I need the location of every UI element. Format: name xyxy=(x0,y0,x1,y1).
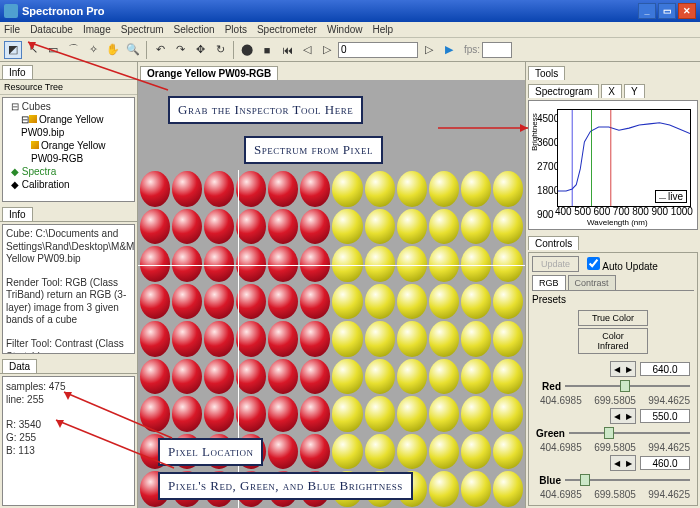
menu-help[interactable]: Help xyxy=(373,24,394,35)
zoom-tool-button[interactable]: 🔍 xyxy=(124,41,142,59)
image-panel: Orange Yellow PW09-RGB Grab the Inspecto… xyxy=(138,62,525,508)
lasso-tool-button[interactable]: ⌒ xyxy=(64,41,82,59)
marble xyxy=(300,171,330,207)
blue-spinner[interactable]: ◀▶ xyxy=(610,455,636,471)
marble xyxy=(493,284,523,320)
rect-select-button[interactable]: ▭ xyxy=(44,41,62,59)
marble xyxy=(236,246,266,282)
image-tab[interactable]: Orange Yellow PW09-RGB xyxy=(140,66,278,80)
wand-tool-button[interactable]: ✧ xyxy=(84,41,102,59)
redo-button[interactable]: ↷ xyxy=(171,41,189,59)
menu-selection[interactable]: Selection xyxy=(174,24,215,35)
tree-spectra[interactable]: ◆ Spectra xyxy=(11,165,132,178)
marble xyxy=(140,284,170,320)
green-spinner[interactable]: ◀▶ xyxy=(610,408,636,424)
contrast-subtab[interactable]: Contrast xyxy=(568,275,616,290)
pointer-tool-button[interactable]: ↖ xyxy=(24,41,42,59)
menu-image[interactable]: Image xyxy=(83,24,111,35)
menu-window[interactable]: Window xyxy=(327,24,363,35)
marble xyxy=(493,171,523,207)
marble xyxy=(332,284,362,320)
red-label: Red xyxy=(536,381,561,392)
marble xyxy=(140,171,170,207)
auto-update-checkbox[interactable]: Auto Update xyxy=(587,257,658,272)
undo-button[interactable]: ↶ xyxy=(151,41,169,59)
marble xyxy=(140,321,170,357)
next-frame-button[interactable]: ▷ xyxy=(318,41,336,59)
y-tab[interactable]: Y xyxy=(624,84,645,98)
red-value[interactable]: 640.0 xyxy=(640,362,690,376)
marble xyxy=(172,396,202,432)
marble xyxy=(204,171,234,207)
inspector-tool-button[interactable]: ◩ xyxy=(4,41,22,59)
marble xyxy=(397,434,427,470)
marble xyxy=(268,209,298,245)
blue-slider[interactable] xyxy=(565,473,690,487)
blue-value[interactable]: 460.0 xyxy=(640,456,690,470)
marble xyxy=(397,284,427,320)
marble xyxy=(236,359,266,395)
data-r: R: 3540 xyxy=(6,418,131,431)
rotate-button[interactable]: ↻ xyxy=(211,41,229,59)
menu-file[interactable]: File xyxy=(4,24,20,35)
info-tab[interactable]: Info xyxy=(2,65,33,79)
red-slider[interactable] xyxy=(565,379,690,393)
resource-tree[interactable]: ⊟ Cubes ⊟Orange Yellow PW09.bip Orange Y… xyxy=(2,97,135,202)
true-color-button[interactable]: True Color xyxy=(578,310,648,326)
toolbar: ◩ ↖ ▭ ⌒ ✧ ✋ 🔍 ↶ ↷ ✥ ↻ ⬤ ■ ⏮ ◁ ▷ ▷ ▶ fps: xyxy=(0,38,700,62)
marble xyxy=(268,359,298,395)
tree-calibration[interactable]: ◆ Calibration xyxy=(11,178,132,191)
data-tab[interactable]: Data xyxy=(2,359,37,373)
green-value[interactable]: 550.0 xyxy=(640,409,690,423)
tools-tab[interactable]: Tools xyxy=(528,66,565,80)
info-tab-2[interactable]: Info xyxy=(2,207,33,221)
rgb-subtab[interactable]: RGB xyxy=(532,275,566,290)
marble xyxy=(268,321,298,357)
presets-label: Presets xyxy=(532,294,694,305)
next-button[interactable]: ▷ xyxy=(420,41,438,59)
menu-spectrum[interactable]: Spectrum xyxy=(121,24,164,35)
menu-plots[interactable]: Plots xyxy=(225,24,247,35)
color-infrared-button[interactable]: Color Infrared xyxy=(578,328,648,354)
spectrogram-plot[interactable]: Brightness 4500360027001800900 — live 40… xyxy=(528,100,698,230)
marble xyxy=(332,246,362,282)
menu-datacube[interactable]: Datacube xyxy=(30,24,73,35)
marble xyxy=(397,396,427,432)
app-title: Spectronon Pro xyxy=(22,5,636,17)
data-panel: samples: 475 line: 255 R: 3540 G: 255 B:… xyxy=(2,376,135,506)
frame-input[interactable] xyxy=(338,42,418,58)
tree-item[interactable]: ⊟Orange Yellow PW09.bip xyxy=(21,113,132,139)
x-tab[interactable]: X xyxy=(601,84,622,98)
stop-button[interactable]: ■ xyxy=(258,41,276,59)
app-icon xyxy=(4,4,18,18)
minimize-button[interactable]: _ xyxy=(638,3,656,19)
marble xyxy=(429,284,459,320)
close-button[interactable]: ✕ xyxy=(678,3,696,19)
controls-tab[interactable]: Controls xyxy=(528,236,579,250)
move-tool-button[interactable]: ✥ xyxy=(191,41,209,59)
marble xyxy=(268,434,298,470)
spectrogram-tab[interactable]: Spectrogram xyxy=(528,84,599,98)
marble xyxy=(300,396,330,432)
update-button[interactable]: Update xyxy=(532,256,579,272)
first-frame-button[interactable]: ⏮ xyxy=(278,41,296,59)
marble xyxy=(493,434,523,470)
marble xyxy=(332,396,362,432)
record-button[interactable]: ⬤ xyxy=(238,41,256,59)
prev-frame-button[interactable]: ◁ xyxy=(298,41,316,59)
pan-tool-button[interactable]: ✋ xyxy=(104,41,122,59)
red-spinner[interactable]: ◀▶ xyxy=(610,361,636,377)
fps-input[interactable] xyxy=(482,42,512,58)
image-viewport[interactable]: Grab the Inspector Tool Here Spectrum fr… xyxy=(138,80,525,508)
marble xyxy=(365,359,395,395)
green-slider[interactable] xyxy=(569,426,690,440)
tree-item[interactable]: Orange Yellow PW09-RGB xyxy=(31,139,132,165)
info-text: Cube: C:\Documents and Settings\Rand\Des… xyxy=(2,224,135,354)
window-titlebar: Spectronon Pro _ ▭ ✕ xyxy=(0,0,700,22)
tree-cubes[interactable]: ⊟ Cubes xyxy=(11,100,132,113)
maximize-button[interactable]: ▭ xyxy=(658,3,676,19)
marble xyxy=(365,209,395,245)
marble xyxy=(493,396,523,432)
play-button[interactable]: ▶ xyxy=(440,41,458,59)
menu-spectrometer[interactable]: Spectrometer xyxy=(257,24,317,35)
